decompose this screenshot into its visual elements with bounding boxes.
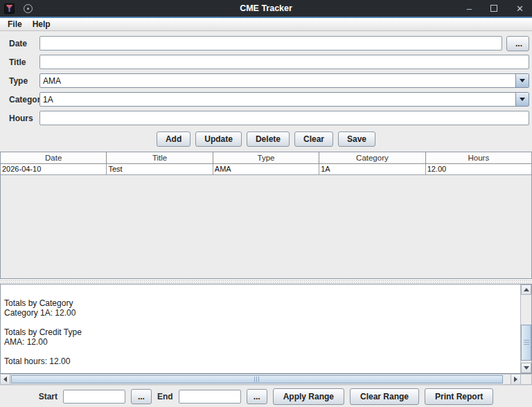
triangle-up-glyph [524,288,529,291]
hours-row: Hours [0,111,529,125]
menu-help[interactable]: Help [30,19,53,29]
minimize-icon[interactable]: – [467,4,472,13]
combo-arrow-glyph [520,79,525,82]
category-combobox-value: 1A [43,95,53,105]
end-date-input[interactable] [179,390,241,404]
circle-dot-icon[interactable] [24,4,33,13]
hours-label: Hours [0,114,39,123]
column-header-type[interactable]: Type [213,152,319,163]
menubar: File Help [0,18,532,31]
maximize-icon[interactable] [490,5,497,12]
title-input[interactable] [39,55,529,69]
app-icon-glyph [6,5,13,12]
category-combobox[interactable]: 1A [39,92,529,107]
date-row: Date ... [0,36,529,51]
records-table: Date Title Type Category Hours 2026-04-1… [0,152,532,279]
clear-button[interactable]: Clear [294,132,333,147]
horizontal-scroll-track[interactable] [10,374,511,384]
horizontal-scroll-thumb[interactable] [11,375,503,383]
column-header-hours[interactable]: Hours [426,152,531,163]
totals-report-text[interactable]: Totals by Category Category 1A: 12.00 To… [1,284,520,373]
entry-form: Date ... Title Type AMA Category 1A Hour… [0,31,532,127]
range-panel: Start ... End ... Apply Range Clear Rang… [0,385,532,407]
action-button-bar: Add Update Delete Clear Save [0,127,532,152]
horizontal-scrollbar[interactable] [0,374,521,385]
vertical-scroll-track[interactable] [521,295,531,363]
add-button[interactable]: Add [157,132,190,147]
scrollbar-corner [521,374,532,385]
circle-dot-inner [27,8,29,10]
cell-hours: 12.00 [426,164,531,174]
column-header-title[interactable]: Title [107,152,213,163]
app-window: CME Tracker – ✕ File Help Date ... Title… [0,0,532,407]
window-title: CME Tracker [0,3,532,13]
vertical-scrollbar[interactable] [520,284,531,373]
cell-type: AMA [213,164,319,174]
cell-title: Test [107,164,213,174]
scroll-right-icon[interactable] [511,374,520,384]
category-label: Category [0,95,39,105]
type-label: Type [0,76,39,86]
title-row: Title [0,55,529,69]
type-combobox-value: AMA [43,76,61,86]
print-report-button[interactable]: Print Report [425,388,493,405]
apply-range-button[interactable]: Apply Range [273,388,344,405]
chevron-down-icon[interactable] [515,74,529,87]
column-header-category[interactable]: Category [319,152,425,163]
triangle-left-glyph [3,377,7,382]
table-row[interactable]: 2026-04-10 Test AMA 1A 12.00 [1,164,531,175]
title-label: Title [0,57,39,67]
cell-date: 2026-04-10 [1,164,107,174]
hours-input[interactable] [39,111,529,125]
scroll-left-icon[interactable] [1,374,10,384]
type-combobox[interactable]: AMA [39,73,529,88]
category-row: Category 1A [0,92,529,107]
split-divider[interactable] [0,279,532,284]
horizontal-scrollbar-row [0,374,532,385]
thumb-grip [524,340,529,345]
date-browse-button[interactable]: ... [506,36,529,51]
delete-button[interactable]: Delete [247,132,290,147]
triangle-right-glyph [514,377,517,382]
type-row: Type AMA [0,73,529,88]
scroll-up-icon[interactable] [521,284,531,295]
table-empty-area [1,175,531,278]
combo-arrow-glyph [520,98,525,101]
end-browse-button[interactable]: ... [247,389,267,404]
app-icon [4,3,15,14]
cell-category: 1A [319,164,425,174]
chevron-down-icon[interactable] [515,93,529,106]
clear-range-button[interactable]: Clear Range [350,388,419,405]
date-input[interactable] [39,36,502,51]
vertical-scroll-thumb[interactable] [521,325,531,361]
window-controls: – ✕ [467,4,524,13]
scroll-down-icon[interactable] [521,363,531,373]
thumb-grip [254,377,260,382]
menu-file[interactable]: File [6,19,24,29]
start-date-input[interactable] [63,390,125,404]
start-label: Start [39,392,57,401]
table-header-row: Date Title Type Category Hours [1,152,531,164]
update-button[interactable]: Update [195,132,242,147]
start-browse-button[interactable]: ... [131,389,152,404]
save-button[interactable]: Save [338,132,375,147]
column-header-date[interactable]: Date [1,152,107,163]
close-icon[interactable]: ✕ [516,4,524,13]
end-label: End [157,392,173,401]
triangle-down-glyph [524,366,529,370]
date-label: Date [0,39,39,48]
totals-report-pane: Totals by Category Category 1A: 12.00 To… [0,284,532,374]
titlebar[interactable]: CME Tracker – ✕ [0,0,532,17]
